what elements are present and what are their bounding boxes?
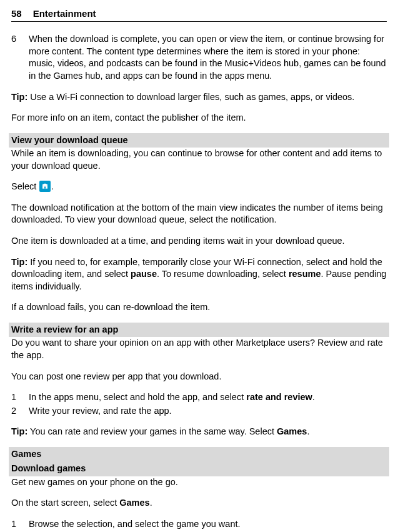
queue-p3: One item is downloaded at a time, and pe… <box>11 235 387 248</box>
manual-page: 58 Entertainment 6 When the download is … <box>0 0 398 532</box>
step1-pre: In the apps menu, select and hold the ap… <box>29 392 246 402</box>
page-number: 58 <box>11 8 22 20</box>
review-step-2: 2 Write your review, and rate the app. <box>11 405 387 418</box>
games-label: Games <box>277 426 307 436</box>
step-text: In the apps menu, select and hold the ap… <box>29 391 315 404</box>
more-info: For more info on an item, contact the pu… <box>11 112 387 124</box>
tip-pause: Tip: If you need to, for example, tempor… <box>11 256 387 293</box>
page-header: 58 Entertainment <box>11 8 387 22</box>
select-pre: Select <box>11 181 39 191</box>
games-p2-pre: On the start screen, select <box>11 498 119 508</box>
rate-and-review-label: rate and review <box>246 392 312 402</box>
tip-games-review: Tip: You can rate and review your games … <box>11 426 387 438</box>
queue-p4: If a download fails, you can re-download… <box>11 301 387 314</box>
games-label: Games <box>119 498 149 508</box>
review-p2: You can post one review per app that you… <box>11 371 387 383</box>
svg-rect-1 <box>44 187 46 189</box>
tip-label: Tip: <box>11 426 27 436</box>
heading-view-download-queue: View your download queue <box>9 133 389 148</box>
select-marketplace: Select . <box>11 181 387 193</box>
step-number: 6 <box>11 33 20 82</box>
step-number: 1 <box>11 518 20 531</box>
tip-post: . <box>307 426 309 436</box>
review-p1: Do you want to share your opinion on an … <box>11 337 387 361</box>
step1-post: . <box>312 392 315 402</box>
tip-pre: You can rate and review your games in th… <box>27 426 277 436</box>
step-number: 1 <box>11 391 20 404</box>
review-steps: 1 In the apps menu, select and hold the … <box>11 391 387 417</box>
review-step-1: 1 In the apps menu, select and hold the … <box>11 391 387 404</box>
tip-text: Use a Wi-Fi connection to download large… <box>27 92 354 102</box>
games-step-1: 1 Browse the selection, and select the g… <box>11 518 387 531</box>
queue-p1: While an item is downloading, you can co… <box>11 148 387 172</box>
games-p2: On the start screen, select Games. <box>11 497 387 509</box>
pause-label: pause <box>131 269 157 279</box>
step-text: When the download is complete, you can o… <box>29 33 387 82</box>
games-p2-post: . <box>150 498 152 508</box>
marketplace-icon <box>39 181 51 192</box>
queue-p2: The download notification at the bottom … <box>11 202 387 226</box>
step-number: 2 <box>11 405 20 418</box>
step-text: Write your review, and rate the app. <box>29 405 172 418</box>
select-post: . <box>51 181 54 191</box>
chapter-title: Entertainment <box>33 8 96 20</box>
tip-label: Tip: <box>11 257 27 267</box>
games-p1: Get new games on your phone on the go. <box>11 476 387 489</box>
heading-write-review: Write a review for an app <box>9 323 389 338</box>
games-steps: 1 Browse the selection, and select the g… <box>11 518 387 532</box>
heading-download-games: Download games <box>9 461 389 476</box>
tip-label: Tip: <box>11 92 27 102</box>
tip-mid: . To resume downloading, select <box>157 269 289 279</box>
step-text: Browse the selection, and select the gam… <box>29 518 241 531</box>
step-6: 6 When the download is complete, you can… <box>11 33 387 82</box>
heading-games: Games <box>9 447 389 462</box>
resume-label: resume <box>289 269 321 279</box>
tip-wifi: Tip: Use a Wi-Fi connection to download … <box>11 91 387 104</box>
